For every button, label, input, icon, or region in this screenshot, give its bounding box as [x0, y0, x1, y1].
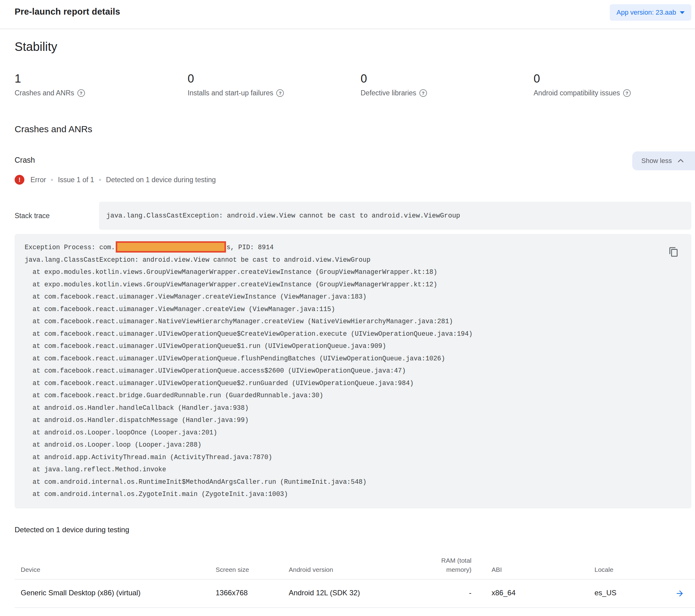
detected-summary: Detected on 1 device during testing: [106, 176, 216, 184]
column-header-screen-size: Screen size: [216, 565, 289, 574]
column-header-ram: RAM (total memory): [420, 556, 472, 574]
report-content: Stability 1 Crashes and ANRs ? 0 Install…: [0, 40, 695, 608]
copy-button[interactable]: [667, 246, 680, 259]
stack-trace-summary-row: Stack trace java.lang.ClassCastException…: [15, 202, 691, 230]
stack-trace-lines: java.lang.ClassCastException: android.vi…: [21, 254, 673, 501]
show-less-label: Show less: [641, 157, 672, 165]
stat-defective-libraries: 0 Defective libraries ?: [361, 72, 533, 97]
dot-separator: [51, 179, 53, 181]
chevron-down-icon: [680, 11, 685, 14]
stack-trace-block: Exception Process: com.s, PID: 8914 java…: [15, 234, 691, 509]
crash-header-row: Crash Show less: [15, 151, 691, 165]
device-name-cell: Generic Small Desktop (x86) (virtual): [15, 580, 216, 607]
stat-compatibility-issues: 0 Android compatibility issues ?: [533, 72, 695, 97]
stability-stats: 1 Crashes and ANRs ? 0 Installs and star…: [15, 72, 691, 97]
stat-value: 1: [15, 72, 188, 85]
detected-devices-label: Detected on 1 device during testing: [15, 526, 691, 534]
stat-value: 0: [533, 72, 695, 85]
stack-trace-label: Stack trace: [15, 212, 99, 220]
arrow-forward-icon: [675, 589, 684, 598]
column-header-locale: Locale: [594, 565, 664, 574]
redaction-box: [116, 241, 226, 252]
severity-label: Error: [31, 176, 46, 184]
abi-cell: x86_64: [472, 580, 594, 607]
help-icon[interactable]: ?: [623, 89, 631, 97]
help-icon[interactable]: ?: [276, 89, 284, 97]
app-version-label: App version: 23.aab: [616, 9, 676, 16]
column-header-device: Device: [15, 565, 216, 574]
page-title: Pre-launch report details: [15, 7, 120, 17]
chevron-up-icon: [677, 157, 685, 165]
exception-line-suffix: s, PID: 8914: [226, 244, 274, 251]
issue-counter: Issue 1 of 1: [58, 176, 94, 184]
column-header-android-version: Android version: [289, 565, 420, 574]
help-icon[interactable]: ?: [78, 89, 85, 97]
copy-icon: [668, 247, 679, 257]
column-header-abi: ABI: [472, 565, 594, 574]
stat-label: Android compatibility issues: [533, 89, 620, 97]
crash-type-label: Crash: [15, 156, 35, 165]
app-version-selector[interactable]: App version: 23.aab: [610, 4, 691, 21]
show-less-button[interactable]: Show less: [632, 151, 695, 170]
device-details-arrow-button[interactable]: [675, 589, 684, 598]
device-table-row: Generic Small Desktop (x86) (virtual) 13…: [15, 580, 695, 608]
stat-label: Crashes and ANRs: [15, 89, 74, 97]
stack-trace-summary: java.lang.ClassCastException: android.vi…: [99, 202, 691, 230]
screen-size-cell: 1366x768: [216, 580, 289, 607]
stability-section-title: Stability: [15, 40, 691, 54]
crashes-anrs-section-title: Crashes and ANRs: [15, 124, 691, 134]
dot-separator: [99, 179, 101, 181]
help-icon[interactable]: ?: [419, 89, 427, 97]
exception-process-line: Exception Process: com.s, PID: 8914: [21, 241, 673, 254]
device-table: Device Screen size Android version RAM (…: [15, 543, 695, 608]
device-table-header: Device Screen size Android version RAM (…: [15, 543, 695, 580]
page-header: Pre-launch report details App version: 2…: [0, 0, 695, 29]
crash-status-row: ! Error Issue 1 of 1 Detected on 1 devic…: [15, 175, 691, 185]
stat-install-failures: 0 Installs and start-up failures ?: [188, 72, 361, 97]
android-version-cell: Android 12L (SDK 32): [289, 580, 420, 607]
stat-value: 0: [361, 72, 533, 85]
stat-crashes-anrs: 1 Crashes and ANRs ?: [15, 72, 188, 97]
locale-cell: es_US: [594, 580, 664, 607]
ram-cell: -: [420, 580, 472, 607]
exception-line-prefix: Exception Process: com.: [21, 244, 115, 251]
stat-label: Defective libraries: [361, 89, 416, 97]
error-icon: !: [15, 175, 24, 185]
stat-label: Installs and start-up failures: [188, 89, 273, 97]
stat-value: 0: [188, 72, 361, 85]
